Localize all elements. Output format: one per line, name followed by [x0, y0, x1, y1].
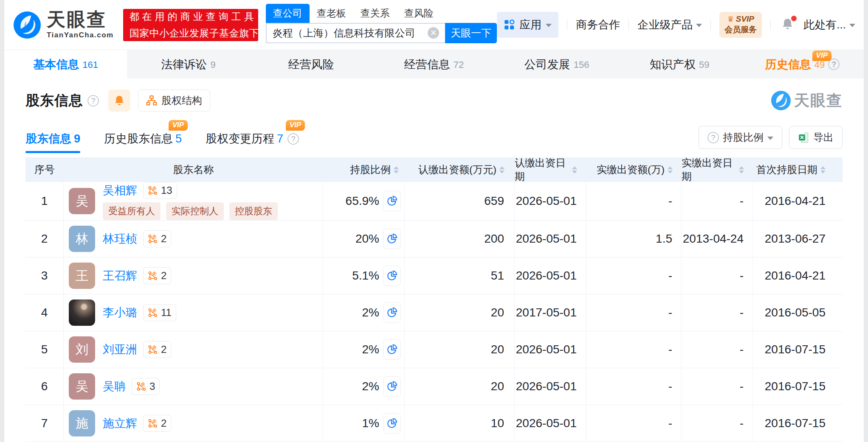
main-tab-label: 公司发展 — [524, 57, 570, 72]
shareholder-tag: 实际控制人 — [166, 202, 224, 220]
user-menu[interactable]: 此处有... — [803, 17, 855, 32]
search-tab-2[interactable]: 查老板 — [310, 4, 353, 23]
main-tab-5[interactable]: 公司发展156 — [496, 50, 618, 78]
nav-enterprise[interactable]: 企业级产品 — [637, 17, 702, 32]
tianyancha-logo[interactable]: 天眼查 TianYanCha.com — [14, 10, 114, 39]
pie-chart-button[interactable] — [383, 229, 401, 249]
section-help-icon[interactable]: ? — [87, 95, 99, 106]
main-tab-2[interactable]: 法律诉讼9 — [127, 50, 250, 78]
related-companies-badge[interactable]: 企2 — [143, 415, 171, 432]
cell-first-holding-date: 2016-07-15 — [753, 405, 843, 442]
sort-icon — [820, 166, 826, 173]
related-companies-badge[interactable]: 企2 — [143, 341, 171, 358]
notification-bell-button[interactable] — [781, 17, 794, 32]
table-body: 1吴吴相辉企13受益所有人实际控制人控股股东65.9%6592026-05-01… — [25, 182, 843, 442]
related-companies-count: 2 — [161, 270, 166, 282]
main-tab-6[interactable]: 知识产权59 — [618, 50, 741, 78]
sub-tab-label: 历史股东信息 — [104, 131, 173, 146]
search-tab-1[interactable]: 查公司 — [266, 4, 310, 23]
column-header-6[interactable]: 实缴出资额(万) — [586, 157, 682, 182]
monitor-bell-button[interactable] — [108, 90, 130, 112]
related-companies-badge[interactable]: 企13 — [143, 182, 177, 199]
search-button[interactable]: 天眼一下 — [445, 23, 497, 43]
shareholder-avatar[interactable]: 施 — [69, 410, 95, 436]
pie-chart-button[interactable] — [383, 191, 401, 211]
svip-member-button[interactable]: ♛SVIP 会员服务 — [719, 12, 762, 38]
shareholder-name-link[interactable]: 王召辉 — [103, 268, 137, 283]
table-row: 1吴吴相辉企13受益所有人实际控制人控股股东65.9%6592026-05-01… — [25, 182, 843, 221]
search-tab-4[interactable]: 查风险 — [397, 4, 441, 23]
related-companies-badge[interactable]: 企11 — [143, 304, 176, 321]
shareholder-photo-avatar[interactable] — [69, 299, 95, 326]
shareholder-avatar[interactable]: 刘 — [69, 336, 95, 363]
equity-structure-button[interactable]: 股权结构 — [138, 90, 210, 112]
shareholder-name-link[interactable]: 刘亚洲 — [103, 342, 137, 357]
related-companies-badge[interactable]: 企2 — [143, 230, 171, 247]
shareholder-name-link[interactable]: 林珏桢 — [103, 231, 137, 246]
header-nav: 应用 商务合作 企业级产品 ♛SVIP 会员服务 — [497, 12, 855, 38]
column-header-5[interactable]: 认缴出资日期 — [515, 157, 586, 182]
sub-tab-3[interactable]: 股权变更历程7VIP? — [206, 131, 299, 153]
shareholder-avatar[interactable]: 林 — [69, 226, 95, 252]
apps-grid-icon — [504, 19, 515, 31]
pie-chart-button[interactable] — [383, 266, 401, 286]
shareholder-avatar[interactable]: 吴 — [69, 188, 95, 214]
cell-subscribed-date: 2026-05-01 — [515, 257, 586, 294]
cell-index: 1 — [25, 182, 64, 221]
shareholder-name-wrap: 刘亚洲企2 — [103, 341, 171, 358]
column-header-label: 认缴出资额(万元) — [418, 163, 496, 176]
apps-menu[interactable]: 应用 — [497, 12, 558, 38]
table-row: 5刘刘亚洲企22%202026-05-01--2016-07-15 — [25, 331, 843, 368]
promo-line2: 国家中小企业发展子基金旗下机构 — [130, 27, 252, 40]
search-tab-3[interactable]: 查关系 — [353, 4, 397, 23]
orange-bell-icon — [113, 95, 125, 106]
shareholder-subtabs: 股东信息9历史股东信息5VIP股权变更历程7VIP? — [25, 131, 323, 153]
nav-biz-coop[interactable]: 商务合作 — [576, 17, 620, 32]
table-header-row: 序号股东名称持股比例认缴出资额(万元)认缴出资日期实缴出资额(万)实缴出资日期首… — [25, 157, 843, 182]
cell-holding-ratio: 2% — [323, 331, 405, 368]
cell-subscribed-date: 2026-05-01 — [515, 331, 586, 368]
vip-badge: VIP — [169, 120, 188, 131]
svg-text:企: 企 — [141, 382, 146, 386]
shareholder-name-wrap: 吴相辉企13受益所有人实际控制人控股股东 — [103, 182, 278, 220]
search-input[interactable]: 炎程（上海）信息科技有限公司 ✕ — [266, 23, 445, 43]
cell-subscribed-date: 2017-05-01 — [515, 294, 586, 331]
main-tab-4[interactable]: 经营信息72 — [372, 50, 495, 78]
main-tab-7[interactable]: 历史信息49VIP? — [741, 50, 864, 78]
cell-subscribed-date: 2026-05-01 — [515, 221, 586, 257]
related-companies-badge[interactable]: 企2 — [143, 267, 171, 284]
column-header-label: 实缴出资日期 — [682, 156, 736, 183]
pie-chart-button[interactable] — [383, 376, 401, 397]
sub-tab-1[interactable]: 股东信息9 — [25, 131, 80, 153]
shareholder-info: 施施立辉企2 — [64, 410, 323, 436]
shareholder-name-link[interactable]: 吴聃 — [103, 379, 126, 394]
related-companies-badge[interactable]: 企3 — [132, 378, 160, 395]
holding-ratio-value: 1% — [362, 417, 379, 430]
column-header-7[interactable]: 实缴出资日期 — [682, 157, 753, 182]
cell-holding-ratio: 5.1% — [323, 257, 405, 294]
pie-chart-button[interactable] — [383, 302, 401, 323]
shareholder-name-link[interactable]: 吴相辉 — [103, 183, 137, 198]
shareholder-name-link[interactable]: 施立辉 — [103, 416, 137, 431]
logo-title: 天眼查 — [47, 10, 114, 29]
main-tab-3[interactable]: 经营风险 — [250, 50, 372, 78]
cell-paid-date: - — [682, 294, 753, 331]
cell-index: 7 — [25, 405, 64, 442]
shareholder-avatar[interactable]: 吴 — [69, 373, 95, 400]
shareholder-name-link[interactable]: 李小璐 — [103, 305, 137, 320]
pie-chart-icon — [386, 418, 397, 429]
holding-ratio-dropdown[interactable]: ? 持股比例 — [699, 126, 782, 149]
column-header-3[interactable]: 持股比例 — [323, 157, 405, 182]
pie-chart-button[interactable] — [383, 413, 401, 434]
export-button[interactable]: 导出 — [789, 126, 843, 149]
column-header-8[interactable]: 首次持股日期 — [753, 157, 843, 182]
table-toolbar: ? 持股比例 导出 — [699, 126, 843, 153]
pie-chart-button[interactable] — [383, 339, 401, 360]
org-chart-icon — [146, 95, 157, 106]
clear-search-icon[interactable]: ✕ — [428, 27, 439, 39]
sub-tab-2[interactable]: 历史股东信息5VIP — [104, 131, 182, 153]
main-tab-1[interactable]: 基本信息161 — [4, 50, 127, 78]
column-header-4[interactable]: 认缴出资额(万元) — [405, 157, 515, 182]
shareholder-avatar[interactable]: 王 — [69, 263, 95, 289]
related-companies-count: 2 — [161, 344, 166, 355]
